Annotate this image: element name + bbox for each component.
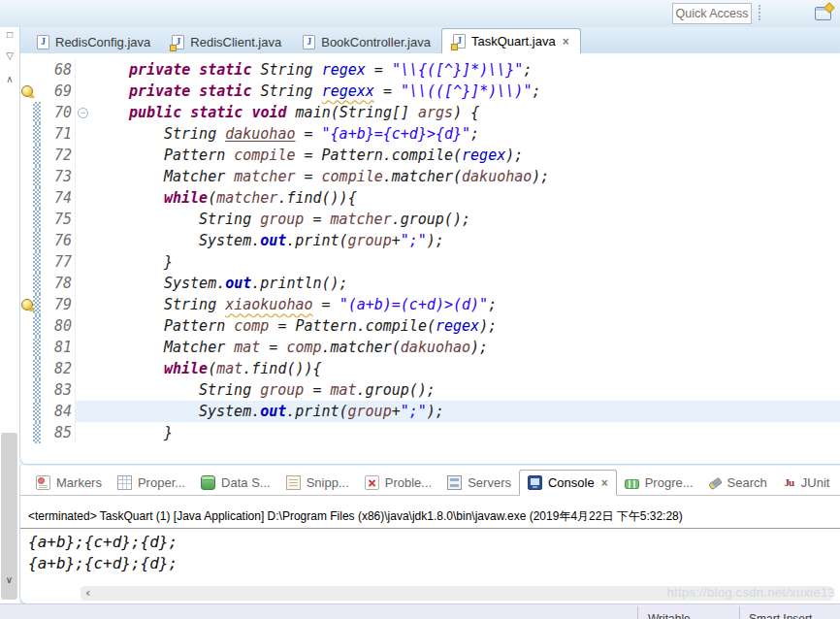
tab-label: JUnit	[801, 475, 830, 490]
code-line[interactable]: 69private static String regexx = "\\(([^…	[20, 81, 840, 102]
console-output[interactable]: {a+b};{c+d};{d};{a+b};{c+d};{d};	[20, 529, 840, 574]
code-token: "(a+b)=(c+d)>(d)"	[339, 296, 489, 313]
code-line[interactable]: 73Matcher matcher = compile.matcher(daku…	[20, 166, 840, 187]
code-token: ) {	[453, 104, 479, 121]
code-line[interactable]: 68private static String regex = "\\{([^}…	[20, 59, 840, 81]
line-number[interactable]: 73	[41, 166, 72, 187]
close-icon[interactable]: ×	[563, 36, 569, 48]
editor-body[interactable]: 68private static String regex = "\\{([^}…	[20, 53, 840, 464]
line-number[interactable]: 70	[41, 102, 72, 123]
code-line[interactable]: 83String group = mat.group();	[20, 379, 840, 401]
code-line[interactable]: 78System.out.println();	[20, 273, 840, 294]
code-line[interactable]: 84System.out.print(group+";");	[20, 401, 840, 422]
quick-access-box[interactable]: Quick Access	[672, 3, 752, 24]
code-text: String group = mat.group();	[90, 379, 436, 401]
code-line[interactable]: 79String xiaokuohao = "(a+b)=(c+d)>(d)";	[20, 294, 840, 315]
line-number[interactable]: 68	[41, 59, 72, 81]
code-line[interactable]: 70−public static void main(String[] args…	[20, 102, 840, 123]
scroll-down-icon[interactable]: ∨	[1, 574, 17, 585]
code-token: .find()){	[242, 360, 321, 377]
bottom-tab-markers[interactable]: Markers	[28, 471, 110, 495]
code-line[interactable]: 82while(mat.find()){	[20, 358, 840, 379]
line-number[interactable]: 75	[41, 209, 72, 230]
code-line[interactable]: 76System.out.print(group+";");	[20, 230, 840, 251]
line-number[interactable]: 71	[41, 123, 72, 145]
line-number[interactable]: 80	[41, 315, 72, 337]
code-line[interactable]: 72Pattern compile = Pattern.compile(rege…	[20, 145, 840, 166]
code-line[interactable]: 71String dakuohao = "{a+b}={c+d}>{d}";	[20, 123, 840, 145]
console-hscrollbar[interactable]: ‹	[81, 586, 832, 601]
editor-tab-bookcontrollerjava[interactable]: JBookController.java	[292, 31, 441, 53]
code-text: Pattern comp = Pattern.compile(regex);	[90, 315, 497, 337]
snippets-icon	[286, 475, 301, 490]
line-number[interactable]: 72	[41, 145, 72, 166]
code-line[interactable]: 80Pattern comp = Pattern.compile(regex);	[20, 315, 840, 337]
code-line[interactable]: 85}	[20, 422, 840, 443]
bottom-tab-progre[interactable]: Progre...	[617, 471, 701, 495]
gutter-annotation	[20, 81, 33, 102]
code-token: .find()){	[277, 189, 356, 207]
bottom-tab-proper[interactable]: Proper...	[110, 471, 193, 495]
code-line-content: String xiaokuohao = "(a+b)=(c+d)>(d)";	[75, 294, 840, 315]
bottom-tab-junit[interactable]: JuJUnit	[775, 471, 838, 495]
warning-bulb-icon[interactable]	[21, 299, 33, 310]
status-writable: Writable	[648, 612, 691, 619]
gutter-annotation	[20, 422, 33, 443]
code-line-content: private static String regexx = "\\(([^}]…	[75, 81, 840, 102]
bottom-tab-proble[interactable]: Proble...	[357, 471, 439, 495]
code-line[interactable]: 81Matcher mat = comp.matcher(dakuohao);	[20, 337, 840, 358]
scroll-left-icon[interactable]: ‹	[85, 586, 90, 600]
bottom-tab-servers[interactable]: Servers	[439, 471, 519, 495]
minimized-view-bar[interactable]: ∨	[1, 433, 17, 600]
line-number[interactable]: 77	[41, 251, 72, 273]
editor-tab-redisconfigjava[interactable]: JRedisConfig.java	[26, 31, 161, 53]
line-number[interactable]: 83	[41, 379, 72, 401]
line-number[interactable]: 82	[41, 358, 72, 379]
view-menu-icon[interactable]: ▽	[0, 50, 19, 61]
code-text: Matcher mat = comp.matcher(dakuohao);	[90, 337, 488, 358]
warning-bulb-icon[interactable]	[21, 85, 33, 97]
editor-tab-taskquartjava[interactable]: JTaskQuart.java×	[441, 28, 581, 54]
bottom-tab-datas[interactable]: Data S...	[193, 471, 278, 495]
eclipse-window: Quick Access □ ▽ ∧ ∨ JRedisConfig.javaJR…	[0, 0, 840, 619]
code-token: .print(	[286, 403, 347, 420]
console-icon	[528, 475, 542, 490]
line-number[interactable]: 69	[41, 81, 72, 102]
code-line[interactable]: 74while(matcher.find()){	[20, 187, 840, 209]
code-token: );	[427, 403, 444, 420]
change-bar	[33, 422, 41, 443]
code-line[interactable]: 77}	[20, 251, 840, 273]
gutter-annotation	[20, 123, 33, 145]
line-number[interactable]: 78	[41, 273, 72, 294]
change-bar	[33, 145, 41, 166]
code-line-content: private static String regex = "\\{([^}]*…	[75, 59, 840, 81]
fold-column: −	[76, 102, 90, 123]
tab-label: Proper...	[138, 475, 185, 490]
line-number[interactable]: 81	[41, 337, 72, 358]
problems-icon	[365, 475, 379, 490]
code-line[interactable]: 75String group = matcher.group();	[20, 209, 840, 230]
code-token: =	[374, 82, 401, 100]
line-number[interactable]: 85	[41, 422, 72, 443]
code-text: }	[90, 422, 173, 443]
code-token: "\\{([^}]*)\\}"	[392, 61, 523, 79]
open-perspective-icon[interactable]	[815, 7, 831, 20]
line-number[interactable]: 76	[41, 230, 72, 251]
bottom-tab-search[interactable]: Search	[701, 471, 775, 495]
bottom-tab-console[interactable]: Console×	[519, 470, 617, 496]
bottom-tab-snipp[interactable]: Snipp...	[278, 471, 357, 495]
fold-collapse-icon[interactable]: −	[78, 108, 88, 118]
close-icon[interactable]: ×	[601, 477, 608, 489]
line-number[interactable]: 84	[41, 401, 72, 422]
status-smart-insert: Smart Insert	[749, 612, 812, 619]
restore-view-icon[interactable]: □	[0, 29, 19, 40]
code-token: out	[260, 403, 286, 420]
editor-tab-redisclientjava[interactable]: JRedisClient.java	[161, 31, 292, 53]
code-line-content: while(matcher.find()){	[75, 187, 840, 209]
line-number[interactable]: 79	[41, 294, 72, 315]
code-token: private static	[129, 82, 260, 100]
code-token: args	[418, 104, 453, 121]
scroll-up-icon[interactable]: ∧	[0, 74, 19, 84]
line-number[interactable]: 74	[41, 187, 72, 209]
change-bar	[33, 251, 41, 273]
